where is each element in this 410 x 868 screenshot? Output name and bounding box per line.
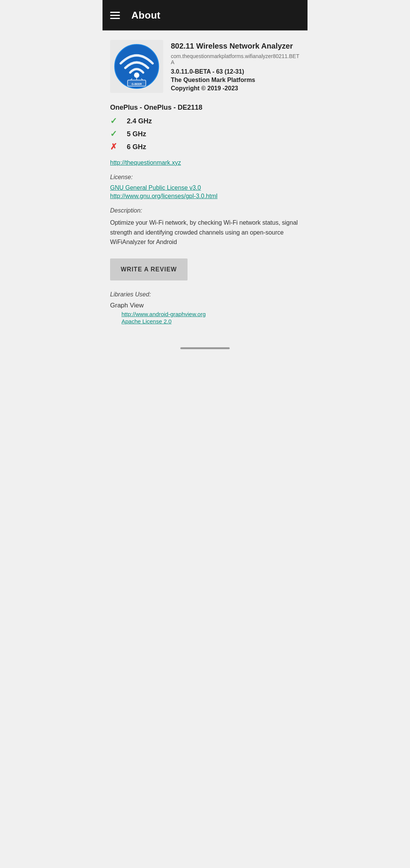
freq-label-6ghz: 6 GHz bbox=[127, 143, 146, 151]
app-developer: The Question Mark Platforms bbox=[171, 76, 300, 84]
license-section: License: GNU General Public License v3.0… bbox=[110, 174, 300, 200]
app-package: com.thequestionmarkplatforms.wifianalyze… bbox=[171, 53, 300, 65]
page-title: About bbox=[131, 9, 161, 21]
description-section: Description: Optimize your Wi-Fi network… bbox=[110, 207, 300, 247]
write-review-button[interactable]: WRITE A REVIEW bbox=[110, 258, 188, 280]
bottom-bar bbox=[102, 341, 308, 355]
bottom-nav-indicator bbox=[180, 347, 230, 349]
app-icon-container: G-BEER bbox=[110, 40, 163, 93]
app-version: 3.0.11.0-BETA - 63 (12-31) bbox=[171, 68, 300, 75]
library-license-graphview[interactable]: Apache License 2.0 bbox=[121, 318, 300, 325]
freq-row-24: ✓ 2.4 GHz bbox=[110, 116, 300, 126]
description-text: Optimize your Wi-Fi network, by checking… bbox=[110, 218, 300, 247]
license-name-link[interactable]: GNU General Public License v3.0 bbox=[110, 184, 300, 191]
libraries-label: Libraries Used: bbox=[110, 291, 300, 298]
license-url-link[interactable]: http://www.gnu.org/licenses/gpl-3.0.html bbox=[110, 193, 300, 200]
library-url-graphview[interactable]: http://www.android-graphview.org bbox=[121, 311, 300, 317]
license-label: License: bbox=[110, 174, 300, 181]
check-icon-5ghz: ✓ bbox=[110, 129, 121, 139]
content-area: G-BEER 802.11 Wireless Network Analyzer … bbox=[102, 31, 308, 341]
library-name-graphview: Graph View bbox=[110, 302, 300, 309]
website-link[interactable]: http://thequestionmark.xyz bbox=[110, 159, 300, 166]
freq-label-24ghz: 2.4 GHz bbox=[127, 117, 152, 125]
freq-row-6: ✗ 6 GHz bbox=[110, 142, 300, 152]
app-name: 802.11 Wireless Network Analyzer bbox=[171, 41, 300, 51]
app-info-section: G-BEER 802.11 Wireless Network Analyzer … bbox=[110, 40, 300, 93]
app-details: 802.11 Wireless Network Analyzer com.the… bbox=[171, 40, 300, 93]
device-name: OnePlus - OnePlus - DE2118 bbox=[110, 104, 300, 112]
website-section: http://thequestionmark.xyz bbox=[110, 159, 300, 166]
app-icon: G-BEER bbox=[114, 44, 159, 89]
app-header: About bbox=[102, 0, 308, 30]
app-copyright: Copyright © 2019 -2023 bbox=[171, 85, 300, 92]
freq-row-5: ✓ 5 GHz bbox=[110, 129, 300, 139]
device-section: OnePlus - OnePlus - DE2118 ✓ 2.4 GHz ✓ 5… bbox=[110, 104, 300, 152]
description-label: Description: bbox=[110, 207, 300, 214]
svg-point-1 bbox=[134, 72, 139, 78]
freq-label-5ghz: 5 GHz bbox=[127, 130, 146, 138]
menu-icon[interactable] bbox=[110, 12, 120, 19]
check-icon-24ghz: ✓ bbox=[110, 116, 121, 126]
cross-icon-6ghz: ✗ bbox=[110, 142, 121, 152]
libraries-section: Libraries Used: Graph View http://www.an… bbox=[110, 291, 300, 325]
svg-text:G-BEER: G-BEER bbox=[131, 83, 142, 85]
